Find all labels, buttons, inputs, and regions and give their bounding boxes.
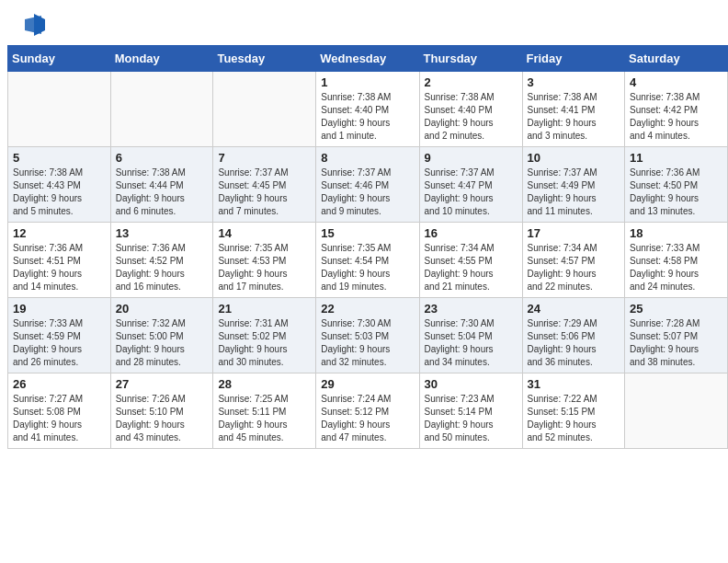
calendar-cell: 10Sunrise: 7:37 AM Sunset: 4:49 PM Dayli… bbox=[522, 147, 625, 223]
day-number: 26 bbox=[13, 377, 106, 391]
day-number: 1 bbox=[321, 75, 414, 89]
day-number: 17 bbox=[528, 226, 620, 240]
day-info: Sunrise: 7:35 AM Sunset: 4:54 PM Dayligh… bbox=[321, 242, 414, 293]
day-info: Sunrise: 7:24 AM Sunset: 5:12 PM Dayligh… bbox=[321, 393, 414, 444]
calendar-cell: 16Sunrise: 7:34 AM Sunset: 4:55 PM Dayli… bbox=[419, 223, 522, 298]
calendar-week-row: 5Sunrise: 7:38 AM Sunset: 4:43 PM Daylig… bbox=[8, 147, 728, 223]
day-number: 16 bbox=[425, 226, 518, 240]
weekday-header: Monday bbox=[110, 46, 213, 72]
day-number: 15 bbox=[321, 226, 414, 240]
calendar-cell bbox=[8, 72, 111, 147]
weekday-header: Thursday bbox=[419, 46, 522, 72]
calendar-cell: 29Sunrise: 7:24 AM Sunset: 5:12 PM Dayli… bbox=[316, 373, 419, 449]
day-info: Sunrise: 7:23 AM Sunset: 5:14 PM Dayligh… bbox=[425, 393, 518, 444]
day-info: Sunrise: 7:37 AM Sunset: 4:49 PM Dayligh… bbox=[528, 167, 620, 218]
day-number: 23 bbox=[425, 302, 518, 316]
day-number: 8 bbox=[321, 151, 414, 165]
calendar-cell: 13Sunrise: 7:36 AM Sunset: 4:52 PM Dayli… bbox=[110, 223, 213, 298]
weekday-header: Wednesday bbox=[316, 46, 419, 72]
day-info: Sunrise: 7:36 AM Sunset: 4:50 PM Dayligh… bbox=[630, 167, 722, 218]
calendar-cell: 9Sunrise: 7:37 AM Sunset: 4:47 PM Daylig… bbox=[419, 147, 522, 223]
logo-icon bbox=[21, 12, 45, 38]
day-info: Sunrise: 7:38 AM Sunset: 4:40 PM Dayligh… bbox=[425, 91, 518, 143]
day-number: 20 bbox=[116, 302, 209, 316]
calendar-cell: 11Sunrise: 7:36 AM Sunset: 4:50 PM Dayli… bbox=[625, 147, 728, 223]
day-number: 18 bbox=[630, 226, 722, 240]
day-number: 14 bbox=[218, 226, 311, 240]
day-info: Sunrise: 7:38 AM Sunset: 4:42 PM Dayligh… bbox=[630, 91, 722, 143]
calendar-cell: 5Sunrise: 7:38 AM Sunset: 4:43 PM Daylig… bbox=[8, 147, 111, 223]
calendar-cell: 20Sunrise: 7:32 AM Sunset: 5:00 PM Dayli… bbox=[110, 298, 213, 373]
day-info: Sunrise: 7:38 AM Sunset: 4:44 PM Dayligh… bbox=[116, 167, 209, 218]
day-info: Sunrise: 7:37 AM Sunset: 4:45 PM Dayligh… bbox=[218, 167, 311, 218]
day-number: 7 bbox=[218, 151, 311, 165]
calendar-cell: 8Sunrise: 7:37 AM Sunset: 4:46 PM Daylig… bbox=[316, 147, 419, 223]
day-number: 30 bbox=[425, 377, 518, 391]
day-info: Sunrise: 7:38 AM Sunset: 4:41 PM Dayligh… bbox=[528, 91, 620, 143]
calendar-cell bbox=[625, 373, 728, 449]
day-number: 2 bbox=[425, 75, 518, 89]
calendar-cell bbox=[213, 72, 316, 147]
header bbox=[0, 0, 728, 45]
calendar-cell: 25Sunrise: 7:28 AM Sunset: 5:07 PM Dayli… bbox=[625, 298, 728, 373]
day-info: Sunrise: 7:30 AM Sunset: 5:04 PM Dayligh… bbox=[425, 317, 518, 369]
day-number: 10 bbox=[528, 151, 620, 165]
calendar-cell: 27Sunrise: 7:26 AM Sunset: 5:10 PM Dayli… bbox=[110, 373, 213, 449]
day-info: Sunrise: 7:34 AM Sunset: 4:57 PM Dayligh… bbox=[528, 242, 620, 293]
day-info: Sunrise: 7:30 AM Sunset: 5:03 PM Dayligh… bbox=[321, 317, 414, 369]
calendar-cell bbox=[110, 72, 213, 147]
calendar-week-row: 19Sunrise: 7:33 AM Sunset: 4:59 PM Dayli… bbox=[8, 298, 728, 373]
calendar-cell: 28Sunrise: 7:25 AM Sunset: 5:11 PM Dayli… bbox=[213, 373, 316, 449]
day-info: Sunrise: 7:38 AM Sunset: 4:43 PM Dayligh… bbox=[13, 167, 106, 218]
calendar-header-row: SundayMondayTuesdayWednesdayThursdayFrid… bbox=[8, 46, 728, 72]
day-number: 9 bbox=[425, 151, 518, 165]
weekday-header: Saturday bbox=[625, 46, 728, 72]
day-number: 28 bbox=[218, 377, 311, 391]
day-number: 21 bbox=[218, 302, 311, 316]
day-info: Sunrise: 7:35 AM Sunset: 4:53 PM Dayligh… bbox=[218, 242, 311, 293]
calendar-cell: 31Sunrise: 7:22 AM Sunset: 5:15 PM Dayli… bbox=[522, 373, 625, 449]
calendar-cell: 21Sunrise: 7:31 AM Sunset: 5:02 PM Dayli… bbox=[213, 298, 316, 373]
calendar-cell: 24Sunrise: 7:29 AM Sunset: 5:06 PM Dayli… bbox=[522, 298, 625, 373]
day-info: Sunrise: 7:33 AM Sunset: 4:58 PM Dayligh… bbox=[630, 242, 722, 293]
page-container: SundayMondayTuesdayWednesdayThursdayFrid… bbox=[0, 0, 728, 449]
day-info: Sunrise: 7:36 AM Sunset: 4:51 PM Dayligh… bbox=[13, 242, 106, 293]
day-info: Sunrise: 7:34 AM Sunset: 4:55 PM Dayligh… bbox=[425, 242, 518, 293]
day-number: 24 bbox=[528, 302, 620, 316]
calendar-cell: 3Sunrise: 7:38 AM Sunset: 4:41 PM Daylig… bbox=[522, 72, 625, 147]
day-info: Sunrise: 7:32 AM Sunset: 5:00 PM Dayligh… bbox=[116, 317, 209, 369]
calendar-week-row: 1Sunrise: 7:38 AM Sunset: 4:40 PM Daylig… bbox=[8, 72, 728, 147]
calendar-cell: 17Sunrise: 7:34 AM Sunset: 4:57 PM Dayli… bbox=[522, 223, 625, 298]
logo bbox=[18, 14, 45, 38]
day-info: Sunrise: 7:38 AM Sunset: 4:40 PM Dayligh… bbox=[321, 91, 414, 143]
day-info: Sunrise: 7:36 AM Sunset: 4:52 PM Dayligh… bbox=[116, 242, 209, 293]
weekday-header: Sunday bbox=[8, 46, 111, 72]
calendar-cell: 7Sunrise: 7:37 AM Sunset: 4:45 PM Daylig… bbox=[213, 147, 316, 223]
day-number: 11 bbox=[630, 151, 722, 165]
day-info: Sunrise: 7:37 AM Sunset: 4:47 PM Dayligh… bbox=[425, 167, 518, 218]
day-number: 29 bbox=[321, 377, 414, 391]
day-info: Sunrise: 7:29 AM Sunset: 5:06 PM Dayligh… bbox=[528, 317, 620, 369]
calendar-cell: 26Sunrise: 7:27 AM Sunset: 5:08 PM Dayli… bbox=[8, 373, 111, 449]
calendar-cell: 22Sunrise: 7:30 AM Sunset: 5:03 PM Dayli… bbox=[316, 298, 419, 373]
calendar-week-row: 26Sunrise: 7:27 AM Sunset: 5:08 PM Dayli… bbox=[8, 373, 728, 449]
day-number: 13 bbox=[116, 226, 209, 240]
day-number: 5 bbox=[13, 151, 106, 165]
calendar-cell: 14Sunrise: 7:35 AM Sunset: 4:53 PM Dayli… bbox=[213, 223, 316, 298]
calendar-cell: 2Sunrise: 7:38 AM Sunset: 4:40 PM Daylig… bbox=[419, 72, 522, 147]
day-number: 31 bbox=[528, 377, 620, 391]
day-number: 19 bbox=[13, 302, 106, 316]
weekday-header: Friday bbox=[522, 46, 625, 72]
day-number: 27 bbox=[116, 377, 209, 391]
svg-marker-1 bbox=[34, 14, 45, 36]
calendar-wrapper: SundayMondayTuesdayWednesdayThursdayFrid… bbox=[0, 45, 728, 449]
day-number: 6 bbox=[116, 151, 209, 165]
day-info: Sunrise: 7:33 AM Sunset: 4:59 PM Dayligh… bbox=[13, 317, 106, 369]
calendar-week-row: 12Sunrise: 7:36 AM Sunset: 4:51 PM Dayli… bbox=[8, 223, 728, 298]
day-info: Sunrise: 7:26 AM Sunset: 5:10 PM Dayligh… bbox=[116, 393, 209, 444]
day-number: 12 bbox=[13, 226, 106, 240]
calendar-cell: 18Sunrise: 7:33 AM Sunset: 4:58 PM Dayli… bbox=[625, 223, 728, 298]
day-info: Sunrise: 7:37 AM Sunset: 4:46 PM Dayligh… bbox=[321, 167, 414, 218]
calendar-table: SundayMondayTuesdayWednesdayThursdayFrid… bbox=[7, 45, 728, 449]
calendar-cell: 23Sunrise: 7:30 AM Sunset: 5:04 PM Dayli… bbox=[419, 298, 522, 373]
